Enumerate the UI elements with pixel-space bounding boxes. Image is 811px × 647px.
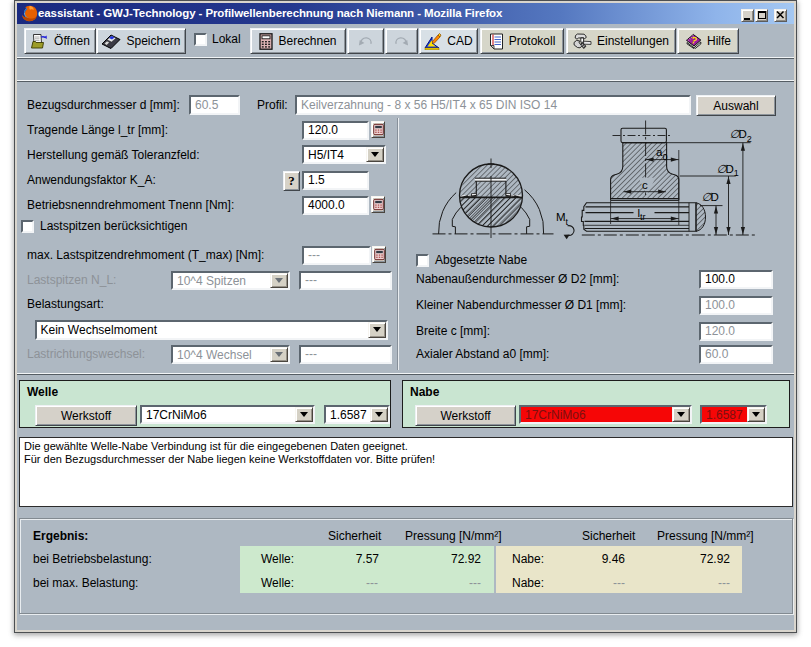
svg-text:D: D xyxy=(711,191,719,203)
svg-text:c: c xyxy=(642,179,648,191)
svg-text:ltr: ltr xyxy=(638,207,646,223)
svg-text:Mt: Mt xyxy=(556,211,569,227)
svg-text:D2: D2 xyxy=(739,128,752,144)
